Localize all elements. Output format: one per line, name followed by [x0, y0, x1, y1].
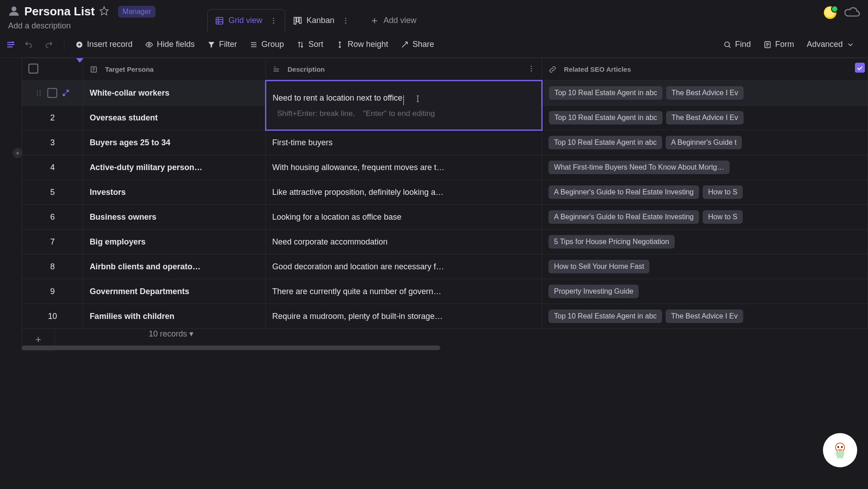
cell-target-persona[interactable]: Families with children [83, 304, 265, 329]
cell-description[interactable]: There are currently quite a number of go… [265, 279, 542, 304]
article-tag[interactable]: 5 Tips for House Pricing Negotiation [548, 235, 674, 249]
article-tag[interactable]: Top 10 Real Estate Agent in abc [549, 111, 662, 125]
undo-button[interactable] [18, 37, 39, 52]
article-tag[interactable]: A Beginner's Guide t [666, 136, 742, 149]
table-row[interactable]: White-collar workersNeed to rent a locat… [22, 81, 868, 106]
cell-related-articles[interactable]: Top 10 Real Estate Agent in abcThe Best … [542, 106, 868, 130]
btn-label: Filter [219, 40, 237, 49]
checkbox-icon[interactable] [28, 64, 38, 74]
cloud-sync-icon[interactable] [845, 7, 860, 18]
table-row[interactable]: 8Airbnb clients and operato…Good decorat… [22, 254, 868, 279]
cell-related-articles[interactable]: 5 Tips for House Pricing Negotiation [542, 230, 868, 254]
cell-related-articles[interactable]: Top 10 Real Estate Agent in abcThe Best … [542, 304, 868, 329]
group-button[interactable]: Group [243, 36, 290, 53]
col-header-description[interactable]: Description [265, 58, 542, 81]
row-index[interactable]: 5 [22, 180, 83, 205]
cell-target-persona[interactable]: Business owners [83, 205, 265, 230]
article-tag[interactable]: Top 10 Real Estate Agent in abc [548, 136, 662, 149]
article-tag[interactable]: The Best Advice I Ev [666, 111, 744, 125]
advanced-button[interactable]: Advanced [800, 36, 861, 53]
row-index[interactable] [22, 81, 83, 106]
article-tag[interactable]: How to Sell Your Home Fast [548, 260, 649, 273]
select-all-header[interactable] [22, 58, 83, 81]
form-button[interactable]: Form [757, 36, 800, 53]
drag-handle-icon[interactable] [35, 89, 43, 97]
cell-description[interactable]: Looking for a location as office base [265, 205, 542, 230]
cell-description[interactable]: Good decoration and location are necessa… [265, 254, 542, 279]
row-height-button[interactable]: Row height [329, 36, 394, 53]
cell-target-persona[interactable]: Overseas student [83, 106, 265, 130]
cell-target-persona[interactable]: White-collar workers [83, 81, 265, 106]
find-button[interactable]: Find [717, 36, 757, 53]
article-tag[interactable]: The Best Advice I Ev [666, 86, 744, 100]
redo-button[interactable] [39, 37, 59, 52]
avatar[interactable] [824, 6, 836, 19]
more-vertical-icon[interactable] [527, 65, 535, 74]
cell-related-articles[interactable]: Top 10 Real Estate Agent in abcA Beginne… [542, 130, 868, 155]
hide-fields-button[interactable]: Hide fields [139, 36, 201, 53]
cell-related-articles[interactable]: What First-time Buyers Need To Know Abou… [542, 155, 868, 180]
row-index[interactable]: 7 [22, 230, 83, 254]
cell-description[interactable]: First-time buyers [265, 130, 542, 155]
cell-target-persona[interactable]: Airbnb clients and operato… [83, 254, 265, 279]
panel-toggle-icon[interactable] [4, 37, 18, 52]
article-tag[interactable]: Top 10 Real Estate Agent in abc [548, 309, 662, 323]
article-tag[interactable]: A Beginner's Guide to Real Estate Invest… [548, 185, 699, 199]
cell-related-articles[interactable]: How to Sell Your Home Fast [542, 254, 868, 279]
svg-point-42 [40, 94, 41, 95]
cell-target-persona[interactable]: Investors [83, 180, 265, 205]
article-tag[interactable]: How to S [703, 210, 743, 224]
article-tag[interactable]: How to S [703, 185, 743, 199]
article-tag[interactable]: What First-time Buyers Need To Know Abou… [548, 161, 730, 174]
table-row[interactable]: 3Buyers ages 25 to 34First-time buyersTo… [22, 130, 868, 155]
cell-related-articles[interactable]: Property Investing Guide [542, 279, 868, 304]
add-column-left-icon[interactable]: + [13, 148, 23, 158]
svg-point-34 [531, 65, 532, 66]
row-index[interactable]: 6 [22, 205, 83, 230]
row-index[interactable]: 9 [22, 279, 83, 304]
insert-record-button[interactable]: Insert record [69, 36, 139, 53]
expand-icon[interactable] [62, 89, 70, 97]
checked-icon[interactable] [855, 63, 865, 73]
col-header-persona[interactable]: Target Persona [83, 58, 265, 81]
row-index[interactable]: 10 [22, 304, 83, 329]
cell-related-articles[interactable]: A Beginner's Guide to Real Estate Invest… [542, 180, 868, 205]
cell-description[interactable]: With housing allowance, frequent moves a… [265, 155, 542, 180]
help-chat-button[interactable] [823, 433, 857, 467]
checkbox-icon[interactable] [47, 88, 57, 98]
role-badge: Manager [118, 6, 155, 18]
row-index[interactable]: 4 [22, 155, 83, 180]
sort-button[interactable]: Sort [290, 36, 329, 53]
cell-target-persona[interactable]: Active-duty military person… [83, 155, 265, 180]
article-tag[interactable]: Top 10 Real Estate Agent in abc [549, 86, 662, 100]
share-button[interactable]: Share [394, 36, 440, 53]
table-row[interactable]: 6Business ownersLooking for a location a… [22, 205, 868, 230]
cell-description[interactable]: Need to rent a location next to officeSh… [265, 81, 542, 130]
cell-target-persona[interactable]: Buyers ages 25 to 34 [83, 130, 265, 155]
cell-related-articles[interactable]: A Beginner's Guide to Real Estate Invest… [542, 205, 868, 230]
cell-description[interactable]: Need corporate accommodation [265, 230, 542, 254]
horizontal-scrollbar[interactable] [22, 345, 656, 351]
row-index[interactable]: 3 [22, 130, 83, 155]
table-row[interactable]: 10Families with childrenRequire a mudroo… [22, 304, 868, 329]
table-row[interactable]: 7Big employersNeed corporate accommodati… [22, 230, 868, 254]
cell-target-persona[interactable]: Government Departments [83, 279, 265, 304]
row-index[interactable]: 8 [22, 254, 83, 279]
article-tag[interactable]: Property Investing Guide [548, 285, 639, 298]
editing-text[interactable]: Need to rent a location next to office [273, 93, 402, 102]
cell-target-persona[interactable]: Big employers [83, 230, 265, 254]
cell-related-articles[interactable]: Top 10 Real Estate Agent in abcThe Best … [542, 81, 868, 106]
cell-description[interactable]: Require a mudroom, plenty of built-in st… [265, 304, 542, 329]
table-row[interactable]: 9Government DepartmentsThere are current… [22, 279, 868, 304]
table-row[interactable]: 4Active-duty military person…With housin… [22, 155, 868, 180]
article-tag[interactable]: A Beginner's Guide to Real Estate Invest… [548, 210, 699, 224]
filter-button[interactable]: Filter [201, 36, 243, 53]
star-icon[interactable] [99, 6, 109, 17]
row-index[interactable]: 2 [22, 106, 83, 130]
table-row[interactable]: 5InvestorsLike attractive proposition, d… [22, 180, 868, 205]
col-header-related[interactable]: Related SEO Articles [542, 58, 868, 81]
article-tag[interactable]: The Best Advice I Ev [666, 309, 743, 323]
record-count[interactable]: 10 records ▾ [149, 329, 193, 339]
cell-description[interactable]: Like attractive proposition, definitely … [265, 180, 542, 205]
svg-point-38 [37, 92, 38, 93]
